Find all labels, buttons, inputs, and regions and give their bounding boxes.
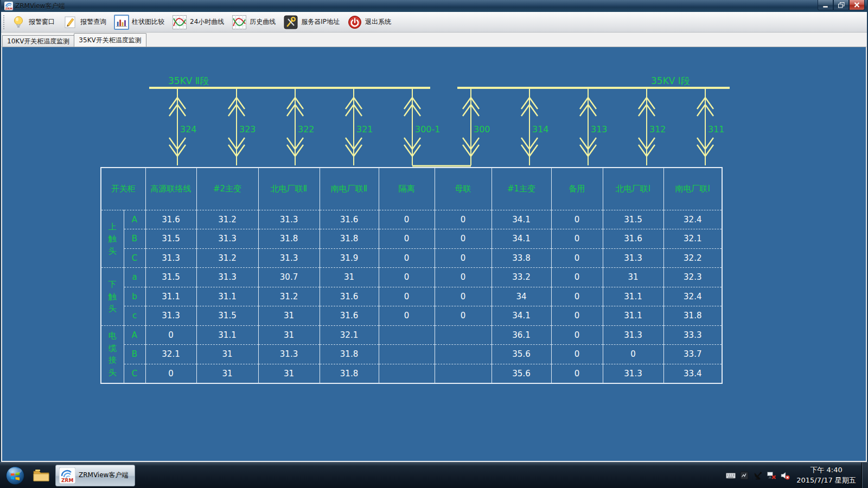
history-curve-icon <box>232 15 247 30</box>
temp-value-cell: 34.1 <box>492 210 551 229</box>
temp-value-cell: 31.8 <box>258 229 320 249</box>
toolbar-button-1[interactable]: 报警窗口 <box>9 14 59 31</box>
temp-value-cell: 0 <box>551 229 603 249</box>
col-header: 母联 <box>435 168 492 210</box>
toolbar-button-label: 24小时曲线 <box>190 17 224 27</box>
temp-value-cell: 32.4 <box>663 287 722 306</box>
temp-value-cell: 31.6 <box>603 229 663 249</box>
table-row: B31.531.331.831.80034.1031.632.1 <box>101 229 722 249</box>
temp-value-cell: 33.3 <box>663 325 722 345</box>
clock-date: 2015/7/17 星期五 <box>796 476 856 486</box>
temp-value-cell: 31.2 <box>258 287 320 306</box>
exit-power-icon <box>347 15 362 30</box>
temp-value-cell: 0 <box>379 210 435 229</box>
col-header: #1主变 <box>492 168 551 210</box>
temp-value-cell: 31 <box>196 345 258 364</box>
phase-label: C <box>124 248 145 268</box>
row-group-label: 上触头 <box>101 210 124 268</box>
phase-label: A <box>124 210 145 229</box>
toolbar-button-2[interactable]: 报警查询 <box>60 14 111 31</box>
feeder-label: 322 <box>298 124 315 134</box>
volume-muted-icon[interactable] <box>780 471 790 480</box>
temp-value-cell <box>435 345 492 364</box>
app-window-icon[interactable] <box>739 471 749 480</box>
temp-value-cell: 31 <box>258 364 320 383</box>
temp-value-cell: 31.5 <box>145 229 196 249</box>
temp-value-cell <box>379 325 435 345</box>
table-row: 电缆接头A031.13132.136.1031.333.3 <box>101 325 722 345</box>
temp-value-cell: 33.4 <box>663 364 722 383</box>
temp-value-cell: 0 <box>603 345 663 364</box>
temp-value-cell: 0 <box>379 306 435 326</box>
toolbar-button-3[interactable]: 柱状图比较 <box>112 14 169 31</box>
feeder-label: 323 <box>239 124 256 134</box>
restore-button[interactable] <box>833 0 849 10</box>
temp-value-cell <box>435 325 492 345</box>
temp-value-cell: 31.6 <box>145 210 196 229</box>
temp-value-cell: 31.3 <box>196 268 258 287</box>
temp-value-cell: 31.6 <box>320 287 379 306</box>
col-header: 南电厂联Ⅰ <box>663 168 722 210</box>
server-ip-tools-icon <box>283 15 298 30</box>
toolbar-button-label: 历史曲线 <box>250 17 276 27</box>
start-button[interactable] <box>4 465 26 486</box>
minimize-button[interactable] <box>818 0 833 10</box>
temp-value-cell: 0 <box>551 210 603 229</box>
temp-value-cell: 0 <box>435 229 492 249</box>
toolbar-button-7[interactable]: 退出系统 <box>345 14 395 31</box>
phase-label: C <box>124 364 145 383</box>
tab-2[interactable]: 35KV开关柜温度监测 <box>74 33 146 47</box>
bus-label: 35KV Ⅰ段 <box>651 75 690 86</box>
temp-value-cell: 31.3 <box>603 325 663 345</box>
keyboard-icon[interactable] <box>726 471 736 480</box>
tab-1[interactable]: 10KV开关柜温度监测 <box>2 35 74 47</box>
toolbar-button-5[interactable]: 历史曲线 <box>229 14 280 31</box>
col-header: 北电厂联Ⅰ <box>603 168 663 210</box>
feeder-label: 300-1 <box>415 124 441 134</box>
taskbar-clock[interactable]: 下午 4:40 2015/7/17 星期五 <box>795 465 861 486</box>
col-header: #2主变 <box>196 168 258 210</box>
clock-time: 下午 4:40 <box>796 465 856 476</box>
alarm-query-pencil-icon <box>62 15 78 30</box>
day-curve-icon <box>172 15 187 30</box>
temp-value-cell: 0 <box>551 364 603 383</box>
temp-value-cell: 0 <box>145 364 196 383</box>
temp-value-cell: 31.1 <box>196 287 258 306</box>
taskbar-task-zrmview[interactable]: ZRM ZRMView客户端 <box>55 465 135 486</box>
temp-value-cell: 31 <box>258 306 320 326</box>
network-error-icon[interactable] <box>767 471 776 480</box>
svg-text:ZRM: ZRM <box>61 478 73 483</box>
temp-value-cell: 0 <box>551 287 603 306</box>
explorer-button[interactable] <box>29 465 53 486</box>
toolbar-button-6[interactable]: 服务器IP地址 <box>281 14 344 31</box>
satellite-dish-icon[interactable] <box>753 471 763 480</box>
toolbar-button-label: 退出系统 <box>365 17 391 27</box>
bus-label: 35KV Ⅱ段 <box>168 75 209 86</box>
svg-text:ZRM: ZRM <box>5 7 13 10</box>
temp-value-cell: 0 <box>551 325 603 345</box>
temp-value-cell: 32.1 <box>145 345 196 364</box>
temp-value-cell: 0 <box>551 306 603 326</box>
temp-value-cell: 33.2 <box>492 268 551 287</box>
temp-value-cell: 31.3 <box>258 345 320 364</box>
temp-value-cell: 31.1 <box>603 287 663 306</box>
temp-value-cell: 31.8 <box>320 345 379 364</box>
feeder-label: 324 <box>180 124 197 134</box>
window-title: ZRMView客户端 <box>15 2 65 11</box>
temp-value-cell: 0 <box>435 248 492 268</box>
temp-value-cell: 0 <box>145 325 196 345</box>
table-row: 下触头a31.531.330.7310033.203132.3 <box>101 268 722 287</box>
toolbar-grip <box>3 15 5 29</box>
zrm-logo-icon: ZRM <box>59 467 75 484</box>
table-header-row: 开关柜高源联络线#2主变北电厂联Ⅱ南电厂联Ⅱ隔离母联#1主变备用北电厂联Ⅰ南电厂… <box>101 168 722 210</box>
table-row: c31.331.53131.60034.1031.131.8 <box>101 306 722 326</box>
temp-value-cell: 0 <box>435 210 492 229</box>
phase-label: B <box>124 229 145 249</box>
temp-value-cell: 32.1 <box>320 325 379 345</box>
temp-value-cell: 31 <box>196 364 258 383</box>
toolbar-button-4[interactable]: 24小时曲线 <box>170 14 228 31</box>
phase-label: c <box>124 306 145 326</box>
close-button[interactable] <box>849 0 865 10</box>
show-desktop-button[interactable] <box>861 463 868 488</box>
temp-value-cell: 31.3 <box>258 248 320 268</box>
